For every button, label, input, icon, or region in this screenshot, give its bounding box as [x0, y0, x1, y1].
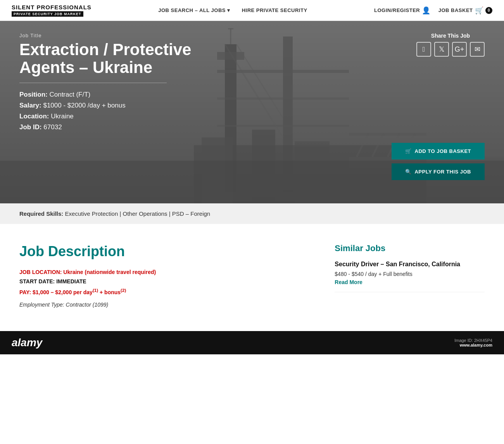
googleplus-share-icon[interactable]: G+	[452, 42, 467, 57]
hero-salary: Salary: $1000 - $2000 /day + bonus	[19, 102, 213, 109]
job-description-section: Job Description JOB LOCATION: Ukraine (n…	[19, 243, 319, 308]
share-icons:  𝕏 G+ ✉	[416, 42, 485, 57]
hero-actions: 🛒 ADD TO JOB BASKET 🔍 APPLY FOR THIS JOB	[392, 143, 485, 180]
skills-value: Executive Protection | Other Operations …	[65, 210, 211, 217]
footer: alamy Image ID: 2HX45P4 www.alamy.com	[0, 331, 504, 354]
hero-position: Position: Contract (F/T)	[19, 91, 213, 99]
main-nav: JOB SEARCH – ALL JOBS ▾ HIRE PRIVATE SEC…	[158, 7, 307, 13]
user-icon: 👤	[422, 6, 431, 15]
footer-logo: alamy	[12, 336, 42, 349]
jd-employment: Employment Type: Contractor (1099)	[19, 302, 319, 308]
job-description-heading: Job Description	[19, 243, 319, 260]
similar-job-item: Security Driver – San Francisco, Califor…	[335, 260, 485, 292]
nav-job-search[interactable]: JOB SEARCH – ALL JOBS ▾	[158, 7, 230, 13]
similar-job-read-more[interactable]: Read More	[335, 279, 362, 285]
similar-jobs-heading: Similar Jobs	[335, 243, 485, 253]
logo-title: SILENT PROFESSIONALS	[12, 4, 91, 10]
hero-job-title: Extraction / Protective Agents – Ukraine	[19, 41, 213, 76]
hero-content: Job Title Extraction / Protective Agents…	[0, 21, 233, 143]
header: SILENT PROFESSIONALS PRIVATE SECURITY JO…	[0, 0, 504, 21]
nav-hire-security[interactable]: HIRE PRIVATE SECURITY	[242, 7, 307, 13]
hero-banner: Job Title Extraction / Protective Agents…	[0, 21, 504, 203]
share-label: Share This Job	[416, 33, 485, 39]
footer-image-id: Image ID: 2HX45P4	[454, 338, 492, 343]
nav-login[interactable]: LOGIN/REGISTER 👤	[374, 6, 431, 15]
footer-right: Image ID: 2HX45P4 www.alamy.com	[454, 338, 492, 347]
apply-for-job-button[interactable]: 🔍 APPLY FOR THIS JOB	[392, 163, 485, 180]
hero-location: Location: Ukraine	[19, 113, 213, 120]
hero-jobid: Job ID: 67032	[19, 123, 213, 131]
similar-job-salary: $480 - $540 / day + Full benefits	[335, 271, 485, 277]
facebook-share-icon[interactable]: 	[416, 42, 431, 57]
hero-job-label: Job Title	[19, 33, 213, 38]
basket-icon: 🛒	[475, 6, 484, 15]
email-share-icon[interactable]: ✉	[470, 42, 485, 57]
svg-rect-21	[349, 133, 426, 136]
hero-share: Share This Job  𝕏 G+ ✉	[416, 33, 485, 57]
hero-meta: Position: Contract (F/T) Salary: $1000 -…	[19, 91, 213, 131]
basket-count: 0	[485, 7, 492, 14]
footer-url: www.alamy.com	[454, 343, 492, 347]
twitter-share-icon[interactable]: 𝕏	[434, 42, 449, 57]
jd-location: JOB LOCATION: Ukraine (nationwide travel…	[19, 269, 319, 275]
hero-divider	[19, 83, 167, 83]
basket-btn-icon: 🛒	[405, 148, 412, 154]
main-content: Job Description JOB LOCATION: Ukraine (n…	[0, 224, 504, 331]
add-to-basket-button[interactable]: 🛒 ADD TO JOB BASKET	[392, 143, 485, 160]
apply-btn-icon: 🔍	[405, 169, 412, 175]
skills-bar: Required Skills: Executive Protection | …	[0, 203, 504, 224]
nav-basket[interactable]: JOB BASKET 🛒 0	[438, 6, 492, 15]
logo-subtitle: PRIVATE SECURITY JOB MARKET	[12, 11, 83, 17]
chevron-down-icon: ▾	[227, 7, 230, 13]
jd-startdate: START DATE: IMMEDIATE	[19, 278, 319, 284]
jd-pay: PAY: $1,000 – $2,000 per day(1) + bonus(…	[19, 288, 319, 295]
nav-right: LOGIN/REGISTER 👤 JOB BASKET 🛒 0	[374, 6, 492, 15]
skills-label: Required Skills:	[19, 210, 63, 217]
similar-jobs-section: Similar Jobs Security Driver – San Franc…	[335, 243, 485, 308]
similar-job-title: Security Driver – San Francisco, Califor…	[335, 260, 485, 269]
logo-block: SILENT PROFESSIONALS PRIVATE SECURITY JO…	[12, 4, 91, 17]
